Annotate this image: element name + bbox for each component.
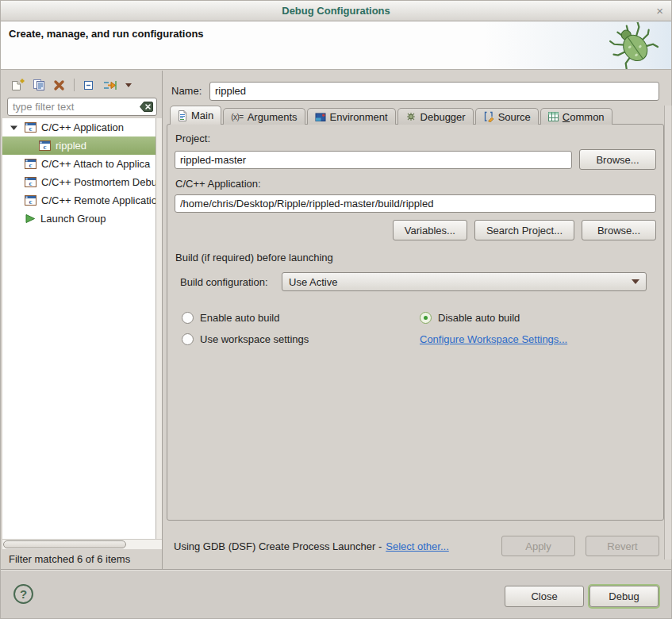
- tab-label: Common: [563, 111, 605, 123]
- tab-source[interactable]: Source: [475, 108, 539, 125]
- filter-row: type filter text: [2, 94, 162, 118]
- source-tab-icon: [483, 111, 494, 122]
- bug-logo-icon: [609, 22, 659, 69]
- tree-item-label: rippled: [56, 140, 86, 152]
- tab-label: Debugger: [420, 111, 466, 123]
- chevron-down-icon: [632, 279, 639, 284]
- environment-tab-icon: [315, 112, 326, 122]
- filter-placeholder: type filter text: [13, 101, 139, 113]
- tree-item-label: C/C++ Attach to Applica: [41, 158, 150, 170]
- dialog-footer: ? Close Debug: [1, 569, 671, 618]
- main-tab-content: Project: Browse... C/C++ Application: Va…: [167, 124, 664, 521]
- configurations-toolbar: [2, 71, 162, 94]
- clear-filter-icon[interactable]: [139, 101, 154, 113]
- duplicate-configuration-icon[interactable]: [33, 79, 45, 91]
- launcher-text: Using GDB (DSF) Create Process Launcher …: [174, 540, 382, 552]
- build-config-select[interactable]: Use Active: [282, 272, 647, 291]
- new-configuration-icon[interactable]: [10, 79, 25, 91]
- configuration-form: Name: Main (x)= Arguments: [163, 71, 672, 569]
- auto-build-options: Enable auto build Disable auto build Use…: [182, 307, 656, 350]
- radio-icon[interactable]: [182, 312, 194, 324]
- debug-configurations-dialog: Debug Configurations × Create, manage, a…: [0, 0, 672, 619]
- collapse-all-icon[interactable]: [83, 80, 94, 90]
- configure-workspace-cell: Configure Workspace Settings...: [420, 333, 658, 345]
- use-workspace-settings-radio[interactable]: Use workspace settings: [182, 333, 420, 345]
- enable-auto-build-radio[interactable]: Enable auto build: [182, 312, 420, 324]
- apply-button[interactable]: Apply: [501, 536, 575, 556]
- tab-bar: Main (x)= Arguments Environment: [170, 106, 614, 125]
- scrollbar-thumb[interactable]: [3, 540, 126, 548]
- revert-button[interactable]: Revert: [586, 536, 659, 556]
- close-button[interactable]: Close: [505, 586, 584, 607]
- tab-label: Source: [498, 111, 531, 123]
- tab-arguments[interactable]: (x)= Arguments: [223, 108, 305, 125]
- filter-input[interactable]: type filter text: [7, 98, 157, 116]
- help-icon[interactable]: ?: [13, 584, 33, 604]
- name-input[interactable]: [209, 82, 659, 101]
- c-application-icon: c: [25, 159, 36, 169]
- common-tab-icon: [548, 112, 559, 121]
- header-title: Create, manage, and run configurations: [9, 28, 204, 40]
- tree-item-postmortem[interactable]: c C/C++ Postmortem Debu: [2, 173, 162, 191]
- titlebar[interactable]: Debug Configurations ×: [1, 1, 671, 21]
- tree-item-remote[interactable]: c C/C++ Remote Applicatio: [2, 191, 162, 210]
- application-buttons: Variables... Search Project... Browse...: [175, 220, 656, 240]
- debug-button[interactable]: Debug: [589, 586, 659, 607]
- tab-label: Arguments: [248, 111, 298, 123]
- configurations-tree: c C/C++ Application c rippled: [2, 118, 162, 539]
- tab-main[interactable]: Main: [170, 106, 221, 125]
- c-application-icon: c: [39, 140, 51, 151]
- expander-icon[interactable]: [10, 125, 20, 131]
- tree-vertical-scrollbar[interactable]: [156, 118, 162, 539]
- launcher-row: Using GDB (DSF) Create Process Launcher …: [174, 535, 659, 557]
- launch-group-icon: [25, 213, 36, 224]
- tree-item-launch-group[interactable]: Launch Group: [2, 210, 162, 228]
- window-title: Debug Configurations: [282, 5, 390, 17]
- variables-button[interactable]: Variables...: [393, 220, 467, 240]
- configure-workspace-link[interactable]: Configure Workspace Settings...: [420, 333, 567, 345]
- project-input[interactable]: [175, 151, 572, 169]
- radio-label: Enable auto build: [200, 312, 279, 324]
- tree-item-capp[interactable]: c C/C++ Application: [2, 118, 162, 136]
- select-other-link[interactable]: Select other...: [386, 540, 449, 552]
- tab-debugger[interactable]: Debugger: [397, 108, 474, 125]
- tree-item-label: C/C++ Remote Applicatio: [41, 194, 157, 206]
- tree-horizontal-scrollbar[interactable]: [2, 539, 162, 549]
- radio-label: Use workspace settings: [200, 333, 309, 345]
- main-tab-icon: [178, 110, 187, 121]
- svg-text:c: c: [44, 143, 47, 151]
- application-label: C/C++ Application:: [175, 178, 656, 190]
- name-row: Name:: [171, 81, 659, 101]
- close-icon[interactable]: ×: [656, 1, 663, 21]
- tab-environment[interactable]: Environment: [307, 108, 396, 125]
- tree-item-label: C/C++ Application: [41, 121, 124, 133]
- search-project-button[interactable]: Search Project...: [474, 220, 574, 240]
- arguments-tab-icon: (x)=: [231, 113, 244, 121]
- toolbar-separator: [74, 79, 75, 91]
- dialog-body: type filter text c: [1, 71, 671, 569]
- build-config-label: Build configuration:: [180, 276, 282, 288]
- toolbar-menu-arrow-icon[interactable]: [125, 82, 132, 88]
- configurations-panel: type filter text c: [2, 71, 163, 569]
- radio-icon[interactable]: [182, 333, 194, 345]
- c-application-icon: c: [25, 177, 36, 187]
- tree-item-rippled[interactable]: c rippled: [2, 136, 162, 155]
- application-row: [175, 194, 656, 213]
- header-banner: Create, manage, and run configurations: [1, 21, 671, 70]
- application-input[interactable]: [175, 194, 656, 213]
- delete-configuration-icon[interactable]: [53, 79, 65, 91]
- radio-label: Disable auto build: [438, 312, 520, 324]
- tree-item-attach[interactable]: c C/C++ Attach to Applica: [2, 155, 162, 173]
- tab-label: Environment: [330, 111, 388, 123]
- tab-common[interactable]: Common: [540, 108, 612, 125]
- disable-auto-build-radio[interactable]: Disable auto build: [420, 312, 658, 324]
- filter-configurations-icon[interactable]: [102, 79, 117, 91]
- form-vertical-scrollbar[interactable]: [664, 106, 672, 559]
- svg-text:c: c: [29, 161, 33, 169]
- build-config-row: Build configuration: Use Active: [180, 272, 656, 291]
- radio-selected-icon[interactable]: [420, 312, 432, 324]
- build-heading: Build (if required) before launching: [175, 252, 656, 263]
- name-label: Name:: [171, 85, 209, 97]
- browse-button[interactable]: Browse...: [582, 220, 656, 240]
- project-browse-button[interactable]: Browse...: [579, 149, 656, 170]
